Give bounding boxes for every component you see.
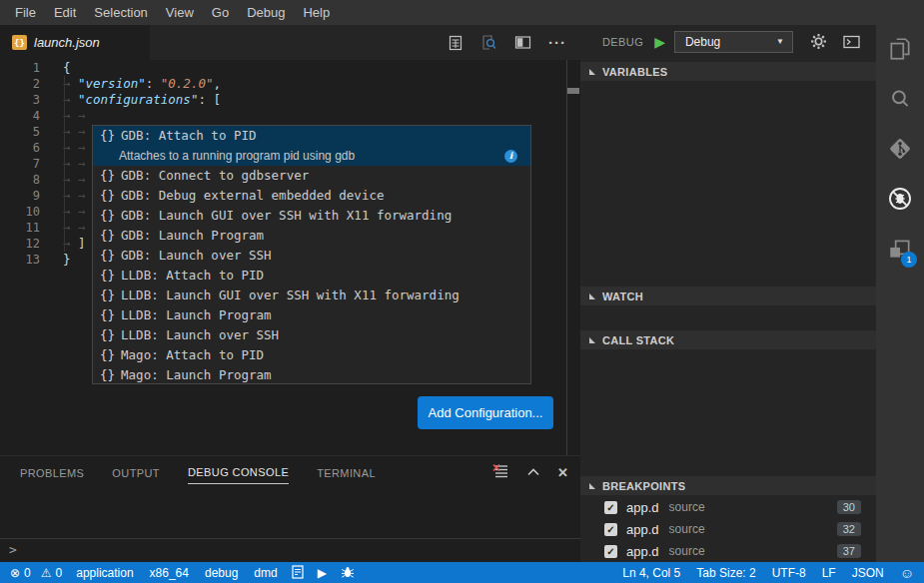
menu-item-help[interactable]: Help [294, 5, 339, 20]
maximize-panel-icon[interactable] [525, 464, 541, 482]
whitespace-arrow: → [78, 204, 93, 220]
whitespace-arrow: → [63, 140, 78, 156]
panel-tab-problems[interactable]: PROBLEMS [20, 467, 84, 479]
code-line[interactable]: →→ [63, 108, 93, 124]
status-item-utf-8[interactable]: UTF-8 [772, 566, 806, 580]
line-number[interactable]: 12 [0, 236, 40, 252]
breakpoint-checkbox[interactable]: ✓ [604, 501, 617, 514]
section-watch[interactable]: WATCH [580, 287, 876, 305]
status-item-ln-4-col-5[interactable]: Ln 4, Col 5 [622, 566, 680, 580]
line-number[interactable]: 4 [0, 108, 40, 124]
section-variables[interactable]: VARIABLES [580, 62, 876, 81]
clear-console-icon[interactable] [492, 463, 509, 483]
code-line[interactable]: →→ [63, 124, 93, 140]
debug-unavailable-icon[interactable] [876, 175, 924, 223]
breakpoint-line-badge: 30 [837, 500, 861, 514]
status-item-x86_64[interactable]: x86_64 [150, 566, 189, 580]
code-line[interactable]: { [63, 60, 71, 76]
bug-icon[interactable] [341, 565, 355, 581]
status-item-dmd[interactable]: dmd [254, 566, 277, 580]
status-item-application[interactable]: application [76, 566, 133, 580]
suggest-item[interactable]: {}LLDB: Launch GUI over SSH with X11 for… [93, 286, 530, 305]
code-line[interactable]: →→ [63, 204, 93, 220]
code-editor[interactable]: 12345678910111213 {→"version": "0.2.0",→… [0, 60, 580, 455]
split-editor-icon[interactable] [514, 35, 531, 50]
breakpoint-checkbox[interactable]: ✓ [604, 545, 617, 558]
suggest-item[interactable]: {}LLDB: Attach to PID [93, 266, 530, 286]
suggest-item[interactable]: {}GDB: Launch Program [93, 226, 530, 246]
suggest-item[interactable]: {}GDB: Connect to gdbserver [93, 166, 530, 186]
info-icon[interactable]: i [504, 150, 517, 163]
start-debugging-icon[interactable]: ▶ [654, 34, 665, 50]
menu-item-edit[interactable]: Edit [45, 5, 85, 20]
breakpoint-row[interactable]: ✓app.dsource32 [580, 518, 876, 540]
section-breakpoints[interactable]: BREAKPOINTS [580, 476, 876, 495]
build-file-icon[interactable] [292, 565, 304, 581]
status-item-lf[interactable]: LF [822, 566, 836, 580]
code-line[interactable]: →→ [63, 172, 93, 188]
console-prompt-icon[interactable]: > [9, 542, 17, 557]
code-line[interactable]: } [63, 252, 71, 268]
open-preview-icon[interactable] [480, 34, 497, 51]
run-icon[interactable]: ▶ [318, 567, 327, 579]
panel-tab-output[interactable]: OUTPUT [112, 467, 160, 479]
status-item-json[interactable]: JSON [852, 566, 884, 580]
line-number[interactable]: 3 [0, 92, 40, 108]
menu-item-view[interactable]: View [157, 5, 203, 20]
panel-tab-debug-console[interactable]: DEBUG CONSOLE [188, 466, 289, 484]
breakpoint-row[interactable]: ✓app.dsource30 [580, 496, 876, 518]
line-number[interactable]: 7 [0, 156, 40, 172]
suggest-item[interactable]: {}LLDB: Launch Program [93, 305, 530, 325]
section-call-stack[interactable]: CALL STACK [580, 330, 876, 349]
more-actions-icon[interactable]: ··· [548, 38, 566, 48]
suggest-item[interactable]: {}Mago: Attach to PID [93, 345, 530, 365]
configure-gear-icon[interactable] [810, 33, 827, 50]
breakpoint-checkbox[interactable]: ✓ [604, 523, 617, 536]
breakpoint-kind: source [669, 522, 705, 536]
code-line[interactable]: →→ [63, 140, 93, 156]
panel-tab-terminal[interactable]: TERMINAL [317, 467, 376, 479]
feedback-smiley-icon[interactable]: ☺ [900, 565, 914, 581]
breakpoint-row[interactable]: ✓app.dsource37 [580, 540, 876, 562]
search-icon[interactable] [876, 75, 924, 123]
code-line[interactable]: →"version": "0.2.0", [63, 76, 221, 92]
suggest-item[interactable]: {}LLDB: Launch over SSH [93, 325, 530, 345]
line-number[interactable]: 2 [0, 76, 40, 92]
panel-tabs: PROBLEMSOUTPUTDEBUG CONSOLETERMINAL [20, 456, 404, 489]
line-number[interactable]: 8 [0, 172, 40, 188]
debug-configuration-dropdown[interactable]: Debug ▼ [674, 31, 793, 53]
menu-item-file[interactable]: File [6, 5, 45, 20]
suggest-item[interactable]: {}GDB: Launch GUI over SSH with X11 forw… [93, 206, 530, 226]
extensions-icon[interactable]: 1 [876, 225, 924, 273]
line-number[interactable]: 1 [0, 60, 40, 76]
status-item-debug[interactable]: debug [205, 566, 238, 580]
tab-launch-json[interactable]: {} launch.json [0, 25, 150, 60]
line-number[interactable]: 6 [0, 140, 40, 156]
code-line[interactable]: →→ [63, 156, 93, 172]
suggest-item[interactable]: {}GDB: Debug external embedded device [93, 186, 530, 206]
suggest-item[interactable]: {}GDB: Launch over SSH [93, 246, 530, 266]
menu-item-debug[interactable]: Debug [238, 5, 294, 20]
suggest-item-selected[interactable]: {} GDB: Attach to PID Attaches to a runn… [93, 126, 530, 166]
code-line[interactable]: →→ [63, 220, 93, 236]
code-line[interactable]: →→ [63, 188, 93, 204]
code-line[interactable]: →"configurations": [ [63, 92, 221, 108]
section-title: WATCH [602, 291, 643, 302]
problems-status[interactable]: ⊗ 0 ⚠ 0 [10, 566, 62, 580]
menu-item-go[interactable]: Go [203, 5, 238, 20]
line-number[interactable]: 9 [0, 188, 40, 204]
line-number[interactable]: 5 [0, 124, 40, 140]
status-item-tab-size-2[interactable]: Tab Size: 2 [696, 566, 755, 580]
suggest-item[interactable]: {}Mago: Launch Program [93, 365, 530, 385]
menu-item-selection[interactable]: Selection [85, 5, 156, 20]
source-control-icon[interactable] [876, 125, 924, 173]
debug-console-icon[interactable] [843, 35, 860, 49]
line-number[interactable]: 11 [0, 220, 40, 236]
code-line[interactable]: →] [63, 236, 86, 252]
line-number[interactable]: 13 [0, 252, 40, 268]
add-configuration-button[interactable]: Add Configuration... [418, 396, 553, 429]
open-file-icon[interactable] [448, 35, 463, 51]
line-number[interactable]: 10 [0, 204, 40, 220]
close-panel-icon[interactable]: ✕ [557, 465, 568, 480]
explorer-icon[interactable] [876, 25, 924, 73]
